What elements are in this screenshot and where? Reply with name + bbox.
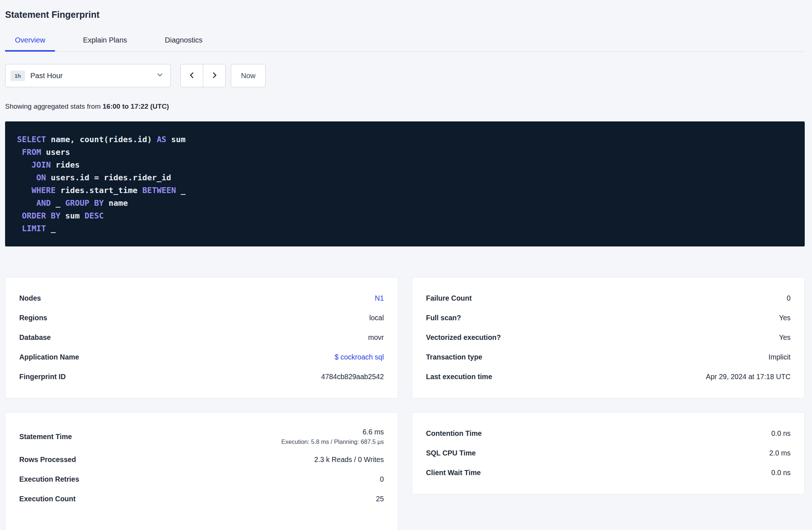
detail-row-vectorized-execution: Vectorized execution? Yes — [412, 328, 804, 347]
detail-row-database: Database movr — [5, 328, 398, 347]
detail-row-execution-retries: Execution Retries 0 — [5, 469, 398, 489]
time-range-dropdown[interactable]: 1h Past Hour — [5, 64, 171, 87]
tab-diagnostics[interactable]: Diagnostics — [155, 32, 212, 52]
vectorized-execution-label: Vectorized execution? — [426, 333, 501, 342]
timing-cards-row: Statement Time 6.6 ms Execution: 5.8 ms … — [5, 412, 805, 530]
regions-label: Regions — [19, 314, 47, 322]
prev-time-button[interactable] — [180, 64, 203, 87]
detail-row-fingerprint-id: Fingerprint ID 4784cb829aab2542 — [5, 367, 398, 386]
chevron-left-icon — [188, 71, 196, 80]
database-value: movr — [368, 333, 384, 342]
detail-row-transaction-type: Transaction type Implicit — [412, 347, 804, 367]
stats-line-range: 16:00 to 17:22 (UTC) — [102, 103, 169, 110]
full-scan-label: Full scan? — [426, 314, 461, 322]
detail-row-sql-cpu-time: SQL CPU Time 2.0 ms — [412, 443, 804, 463]
stats-line-prefix: Showing aggregated stats from — [5, 103, 102, 110]
chevron-down-icon — [156, 71, 164, 80]
detail-row-contention-time: Contention Time 0.0 ns — [412, 423, 804, 443]
aggregated-stats-line: Showing aggregated stats from 16:00 to 1… — [5, 103, 805, 111]
detail-row-execution-count: Execution Count 25 — [5, 489, 398, 509]
tab-bar: Overview Explain Plans Diagnostics — [5, 32, 805, 52]
wait-time-card: Contention Time 0.0 ns SQL CPU Time 2.0 … — [412, 412, 805, 494]
execution-count-value: 25 — [376, 495, 384, 503]
transaction-type-value: Implicit — [768, 353, 791, 361]
transaction-type-label: Transaction type — [426, 353, 482, 361]
nodes-value-link[interactable]: N1 — [375, 294, 384, 302]
detail-row-failure-count: Failure Count 0 — [412, 288, 804, 308]
execution-retries-label: Execution Retries — [19, 475, 79, 483]
detail-row-full-scan: Full scan? Yes — [412, 308, 804, 328]
regions-value: local — [369, 314, 384, 322]
sql-code: SELECT name, count(rides.id) AS sum FROM… — [17, 133, 794, 235]
failure-count-value: 0 — [787, 294, 791, 302]
execution-retries-value: 0 — [380, 475, 384, 483]
execution-count-label: Execution Count — [19, 495, 76, 503]
time-range-label: Past Hour — [31, 72, 156, 80]
database-label: Database — [19, 333, 51, 342]
detail-row-rows-processed: Rows Processed 2.3 k Reads / 0 Writes — [5, 450, 398, 469]
tab-explain-plans[interactable]: Explain Plans — [73, 32, 137, 52]
application-name-value-link[interactable]: $ cockroach sql — [335, 353, 384, 361]
application-name-label: Application Name — [19, 353, 79, 361]
sql-statement-box: SELECT name, count(rides.id) AS sum FROM… — [5, 121, 805, 246]
sql-cpu-time-value: 2.0 ms — [769, 449, 791, 457]
time-pager — [180, 64, 226, 87]
client-wait-time-label: Client Wait Time — [426, 469, 481, 477]
execution-attributes-card: Failure Count 0 Full scan? Yes Vectorize… — [412, 277, 805, 398]
contention-time-label: Contention Time — [426, 429, 482, 438]
rows-processed-label: Rows Processed — [19, 455, 76, 464]
vectorized-execution-value: Yes — [779, 333, 791, 342]
chevron-right-icon — [210, 71, 218, 80]
time-range-badge: 1h — [11, 71, 25, 81]
next-time-button[interactable] — [203, 64, 226, 87]
nodes-label: Nodes — [19, 294, 41, 302]
contention-time-value: 0.0 ns — [771, 429, 791, 438]
rows-processed-value: 2.3 k Reads / 0 Writes — [314, 455, 384, 464]
last-execution-time-value: Apr 29, 2024 at 17:18 UTC — [706, 373, 791, 381]
overview-cards-row: Nodes N1 Regions local Database movr App… — [5, 277, 805, 398]
statement-details-card: Nodes N1 Regions local Database movr App… — [5, 277, 398, 398]
detail-row-last-execution-time: Last execution time Apr 29, 2024 at 17:1… — [412, 367, 804, 386]
full-scan-value: Yes — [779, 314, 791, 322]
client-wait-time-value: 0.0 ns — [771, 469, 791, 477]
detail-row-statement-time: Statement Time 6.6 ms Execution: 5.8 ms … — [5, 423, 398, 450]
statement-time-value: 6.6 ms — [362, 428, 384, 436]
statement-timing-card: Statement Time 6.6 ms Execution: 5.8 ms … — [5, 412, 398, 530]
detail-row-client-wait-time: Client Wait Time 0.0 ns — [412, 463, 804, 482]
now-button[interactable]: Now — [231, 64, 266, 87]
detail-row-regions: Regions local — [5, 308, 398, 328]
fingerprint-id-label: Fingerprint ID — [19, 373, 66, 381]
last-execution-time-label: Last execution time — [426, 373, 492, 381]
detail-row-application-name: Application Name $ cockroach sql — [5, 347, 398, 367]
statement-time-values: 6.6 ms Execution: 5.8 ms / Planning: 687… — [281, 423, 384, 450]
detail-row-nodes: Nodes N1 — [5, 288, 398, 308]
statement-time-breakdown: Execution: 5.8 ms / Planning: 687.5 µs — [281, 438, 384, 445]
statement-time-label: Statement Time — [19, 433, 72, 441]
sql-cpu-time-label: SQL CPU Time — [426, 449, 476, 457]
fingerprint-id-value: 4784cb829aab2542 — [321, 373, 384, 381]
tab-overview[interactable]: Overview — [5, 32, 55, 52]
statement-fingerprint-page: Statement Fingerprint Overview Explain P… — [0, 0, 812, 530]
time-toolbar: 1h Past Hour Now — [5, 64, 805, 87]
failure-count-label: Failure Count — [426, 294, 472, 302]
page-title: Statement Fingerprint — [5, 9, 805, 20]
